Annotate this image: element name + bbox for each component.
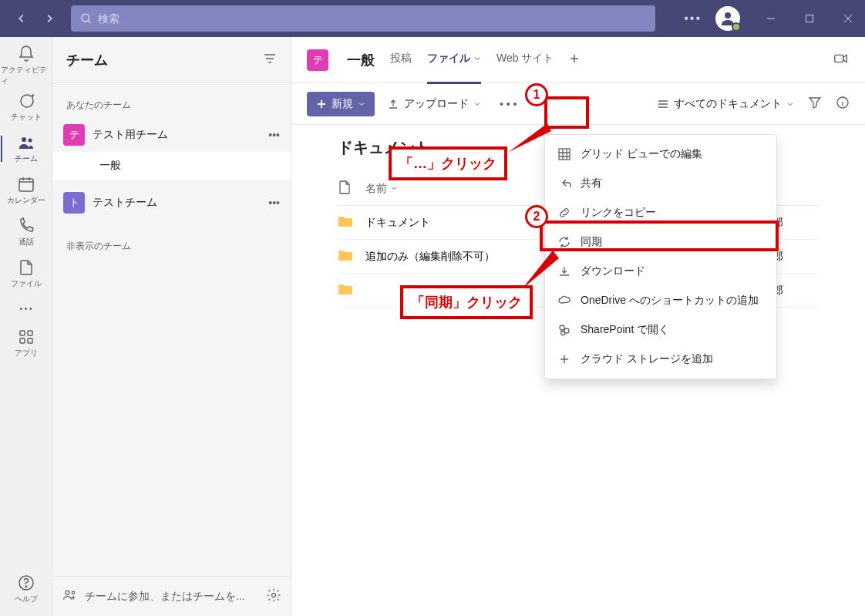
annotation-box-1 [544,96,589,129]
rail-apps[interactable]: アプリ [1,322,52,364]
tab-posts[interactable]: 投稿 [390,52,412,69]
annotation-text-1: 「…」クリック [389,146,507,180]
new-button[interactable]: 新規 [307,92,375,116]
menu-open-sharepoint[interactable]: SharePoint で開く [545,315,776,345]
filter-icon[interactable] [263,52,277,69]
tab-add[interactable] [569,53,580,67]
file-icon [338,180,352,195]
plus-icon [316,99,327,109]
channel-general[interactable]: 一般 [52,152,291,180]
button-label: すべてのドキュメント [674,97,782,111]
tab-label: 投稿 [390,52,412,66]
rail-label: アプリ [15,348,38,358]
manage-teams-icon[interactable] [266,587,281,605]
rail-help[interactable]: ヘルプ [1,568,52,610]
more-actions-menu: グリッド ビューでの編集 共有 リンクをコピー 同期 ダウンロード OneDri… [544,134,777,379]
join-create-label[interactable]: チームに参加、またはチームを... [85,590,258,604]
svg-point-4 [28,139,32,143]
nav-back[interactable] [9,6,34,31]
tab-label: Web サイト [496,52,554,66]
menu-add-shortcut[interactable]: OneDrive へのショートカットの追加 [545,286,776,315]
rail-chat[interactable]: チャット [1,86,52,128]
teams-icon [17,133,35,152]
svg-rect-17 [559,149,570,160]
meet-button[interactable] [833,50,850,70]
tab-website[interactable]: Web サイト [496,52,554,69]
presence-indicator [732,22,741,32]
your-teams-label: あなたのチーム [52,94,291,118]
rail-label: カレンダー [7,195,45,206]
search-input[interactable] [98,12,646,25]
team-row-1[interactable]: テ テスト用チーム ••• [52,118,291,152]
annotation-box-2 [540,220,779,251]
search-bar[interactable] [71,5,655,32]
svg-point-20 [561,332,565,335]
menu-label: ダウンロード [581,264,645,278]
annotation-number-1: 1 [525,83,548,106]
folder-icon [338,283,353,295]
svg-rect-5 [19,179,33,191]
svg-point-3 [22,137,26,142]
rail-label: 通話 [19,237,34,247]
plus-icon [557,352,571,366]
rail-files[interactable]: ファイル [1,253,52,295]
team-name: テストチーム [93,196,268,210]
window-close[interactable] [840,11,856,26]
team-avatar: ト [63,192,85,214]
join-create-icon[interactable] [62,587,77,605]
upload-icon [387,98,399,110]
tab-files[interactable]: ファイル [427,52,481,69]
all-documents-button[interactable]: すべてのドキュメント [657,97,794,111]
phone-icon [17,217,35,235]
menu-add-cloud[interactable]: クラウド ストレージを追加 [545,345,776,374]
bell-icon [17,45,35,63]
svg-rect-7 [28,331,32,335]
chevron-down-icon [473,100,481,108]
rail-calendar[interactable]: カレンダー [1,170,52,211]
channel-header: テ 一般 投稿 ファイル Web サイト [291,37,865,83]
link-icon [557,206,571,220]
svg-point-18 [560,325,564,330]
filter-button[interactable] [808,96,822,113]
funnel-icon [808,96,822,109]
app-more-button[interactable]: ••• [684,12,702,25]
svg-rect-2 [806,15,813,22]
toolbar-more-button[interactable]: • • • [493,95,523,113]
menu-download[interactable]: ダウンロード [545,257,776,286]
svg-rect-15 [835,55,843,62]
chevron-down-icon [473,55,481,62]
plus-icon [569,53,580,64]
team-row-2[interactable]: ト テストチーム ••• [52,186,291,220]
rail-more[interactable]: • • • [1,295,52,322]
menu-label: OneDrive へのショートカットの追加 [581,294,759,308]
upload-button[interactable]: アップロード [387,97,481,111]
rail-label: チーム [15,153,38,164]
svg-point-0 [82,14,89,22]
team-more-icon[interactable]: ••• [268,197,280,209]
rail-label: アクティビティ [1,65,52,86]
window-minimize[interactable] [763,11,779,26]
button-label: アップロード [404,97,469,111]
rail-label: ファイル [11,278,42,289]
titlebar: ••• [0,0,865,37]
channel-team-avatar: テ [307,49,328,71]
app-rail: アクティビティ チャット チーム カレンダー 通話 ファイル • • • アプリ… [0,37,52,616]
user-avatar[interactable] [715,6,740,31]
svg-rect-9 [28,338,32,343]
svg-point-11 [25,586,26,587]
info-button[interactable] [836,96,850,113]
menu-grid-edit[interactable]: グリッド ビューでの編集 [545,140,776,169]
file-icon [17,258,35,277]
rail-teams[interactable]: チーム [1,128,52,170]
nav-forward[interactable] [37,6,62,31]
ellipsis-icon: • • • [19,305,32,313]
window-maximize[interactable] [802,11,817,26]
annotation-number-2: 2 [525,205,548,228]
video-icon [833,50,850,67]
menu-share[interactable]: 共有 [545,169,776,198]
svg-rect-6 [20,331,25,335]
team-more-icon[interactable]: ••• [268,129,280,141]
rail-calls[interactable]: 通話 [1,211,52,253]
rail-activity[interactable]: アクティビティ [1,45,52,86]
search-icon [80,12,92,25]
